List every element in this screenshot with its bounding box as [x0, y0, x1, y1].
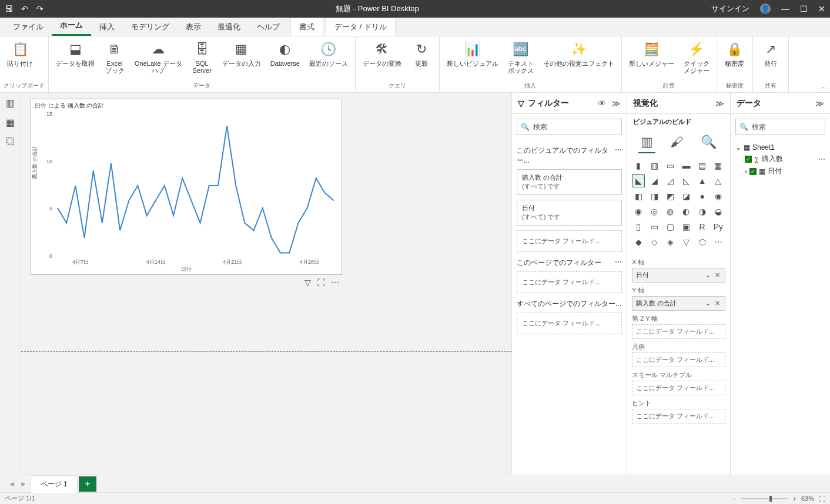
tab-insert[interactable]: 挿入 — [91, 18, 123, 36]
tab-data-drill[interactable]: データ / ドリル — [326, 18, 396, 36]
viz-type-icon[interactable]: ◍ — [664, 205, 677, 218]
viz-type-icon[interactable]: ▭ — [648, 220, 661, 233]
tab-optimize[interactable]: 最適化 — [209, 18, 249, 36]
viz-type-icon[interactable]: ▤ — [696, 159, 709, 172]
save-icon[interactable]: 🖫 — [5, 4, 13, 14]
viz-type-icon[interactable]: ◪ — [680, 190, 692, 203]
viz-type-icon[interactable]: ▽ — [680, 236, 692, 248]
undo-icon[interactable]: ↶ — [21, 4, 28, 14]
viz-type-icon[interactable]: ◿ — [664, 174, 677, 187]
add-page-button[interactable]: + — [79, 476, 96, 492]
checkbox-icon[interactable]: ✓ — [745, 156, 752, 163]
maximize-icon[interactable]: ☐ — [800, 4, 808, 14]
filter-drop-all[interactable]: ここにデータ フィールド... — [517, 313, 622, 334]
viz-type-icon[interactable]: ◐ — [680, 205, 692, 218]
focus-mode-icon[interactable]: ⛶ — [317, 278, 325, 287]
collapse-pane-icon[interactable]: ≫ — [612, 99, 621, 108]
model-view-icon[interactable]: ⿻ — [6, 136, 15, 147]
viz-type-icon[interactable]: ▲ — [696, 174, 709, 187]
viz-type-icon[interactable]: ▬ — [680, 159, 692, 172]
viz-type-icon[interactable]: ◢ — [648, 174, 661, 187]
ribbon-btn[interactable]: 🔒秘密度 — [721, 39, 749, 68]
viz-type-icon[interactable]: ◒ — [712, 205, 725, 218]
table-view-icon[interactable]: ▦ — [6, 117, 15, 128]
tab-file[interactable]: ファイル — [5, 18, 52, 36]
filter-drop-visual[interactable]: ここにデータ フィールド... — [517, 230, 622, 252]
viz-type-icon[interactable]: ◆ — [632, 236, 645, 248]
close-icon[interactable]: ✕ — [818, 4, 825, 14]
ribbon-btn[interactable]: 📊新しいビジュアル — [443, 39, 502, 68]
ribbon-btn[interactable]: ⬓データを取得 — [52, 39, 98, 68]
filter-card-date[interactable]: 日付(すべて) です — [517, 200, 622, 226]
zoom-in-icon[interactable]: + — [793, 495, 796, 502]
ribbon-btn[interactable]: ▦データの入力 — [219, 39, 265, 68]
viz-type-icon[interactable]: ▯ — [632, 220, 645, 233]
tab-modeling[interactable]: モデリング — [123, 18, 178, 36]
field-well[interactable]: 購入数 の合計⌄ ✕ — [632, 296, 725, 311]
more-options-icon[interactable]: ⋯ — [331, 278, 339, 287]
viz-type-icon[interactable]: ◩ — [664, 190, 677, 203]
analytics-icon[interactable]: 🔍 — [698, 132, 719, 153]
viz-type-icon[interactable]: ▢ — [664, 220, 677, 233]
viz-type-icon[interactable]: ◨ — [648, 190, 661, 203]
ribbon-btn[interactable]: 🕓最近のソース — [306, 39, 352, 68]
viz-type-icon[interactable]: ● — [696, 190, 709, 203]
tab-view[interactable]: 表示 — [178, 18, 209, 36]
tab-format[interactable]: 書式 — [290, 18, 323, 36]
ribbon-btn[interactable]: ↗発行 — [757, 39, 785, 68]
collapse-pane-icon[interactable]: ≫ — [815, 99, 824, 108]
table-node[interactable]: ⌄▦Sheet1 — [735, 142, 825, 153]
format-visual-icon[interactable]: 🖌 — [668, 132, 685, 153]
ribbon-btn[interactable]: ↻更新 — [407, 39, 436, 68]
ribbon-btn[interactable]: 📋貼り付け — [4, 39, 36, 68]
viz-type-icon[interactable]: ⋯ — [712, 236, 725, 248]
ribbon-btn[interactable]: ⚡クイック メジャー — [680, 39, 713, 75]
ribbon-btn[interactable]: ✨その他の視覚エフェクト — [540, 39, 618, 68]
viz-type-icon[interactable]: ◎ — [648, 205, 661, 218]
redo-icon[interactable]: ↷ — [36, 4, 43, 14]
tab-help[interactable]: ヘルプ — [249, 18, 288, 36]
viz-type-icon[interactable]: ◑ — [696, 205, 709, 218]
zoom-out-icon[interactable]: − — [732, 495, 736, 502]
minimize-icon[interactable]: — — [781, 4, 789, 14]
filters-search[interactable]: 🔍検索 — [517, 119, 622, 135]
viz-type-icon[interactable]: ▦ — [712, 159, 725, 172]
filter-drop-page[interactable]: ここにデータ フィールド... — [517, 271, 622, 293]
ribbon-btn[interactable]: 🗄SQL Server — [188, 39, 216, 75]
ribbon-btn[interactable]: 🧮新しいメジャー — [625, 39, 678, 68]
signin-label[interactable]: サインイン — [711, 4, 749, 14]
field-well[interactable]: 日付⌄ ✕ — [632, 268, 725, 283]
checkbox-icon[interactable]: ✓ — [749, 168, 757, 175]
viz-type-icon[interactable]: ◇ — [648, 236, 661, 248]
tab-home[interactable]: ホーム — [52, 16, 91, 36]
report-canvas[interactable]: 日付 による 購入数 の合計 購入数 の合計 151050 4月7日4月14日4… — [21, 93, 511, 475]
field-well[interactable]: ここにデータ フィールド... — [632, 324, 725, 339]
viz-type-icon[interactable]: ◧ — [632, 190, 645, 203]
report-view-icon[interactable]: ▥ — [6, 98, 15, 109]
viz-type-icon[interactable]: ▭ — [664, 159, 677, 172]
viz-type-icon[interactable]: ◈ — [664, 236, 677, 248]
user-avatar-icon[interactable]: 👤 — [760, 4, 771, 14]
filter-card-purchases[interactable]: 購入数 の合計(すべて) です — [517, 169, 622, 195]
ribbon-btn[interactable]: 🗎Excel ブック — [101, 39, 129, 75]
viz-type-icon[interactable]: ▥ — [648, 159, 661, 172]
viz-type-icon[interactable]: ◺ — [680, 174, 692, 187]
zoom-slider[interactable] — [741, 498, 788, 499]
field-purchases[interactable]: ✓∑購入数⋯ — [735, 153, 825, 165]
visual-filter-icon[interactable]: ▽ — [304, 278, 311, 287]
data-search[interactable]: 🔍検索 — [735, 119, 825, 135]
field-well[interactable]: ここにデータ フィールド... — [632, 352, 725, 367]
viz-type-icon[interactable]: △ — [712, 174, 725, 187]
field-date[interactable]: ›✓▦日付 — [735, 165, 825, 177]
viz-type-icon[interactable]: R — [696, 220, 709, 233]
field-well[interactable]: ここにデータ フィールド... — [632, 381, 725, 395]
viz-type-icon[interactable]: ▣ — [680, 220, 692, 233]
build-visual-icon[interactable]: ▥ — [638, 132, 655, 153]
fit-page-icon[interactable]: ⛶ — [819, 495, 825, 502]
ribbon-btn[interactable]: 🔤テキスト ボックス — [504, 39, 537, 75]
eye-icon[interactable]: 👁 — [598, 99, 606, 108]
line-chart-visual[interactable]: 日付 による 購入数 の合計 購入数 の合計 151050 4月7日4月14日4… — [31, 99, 342, 275]
viz-type-icon[interactable]: ◣ — [632, 174, 645, 187]
ribbon-btn[interactable]: 🛠データの変換 — [359, 39, 405, 68]
ribbon-btn[interactable]: ◐Dataverse — [267, 39, 303, 68]
